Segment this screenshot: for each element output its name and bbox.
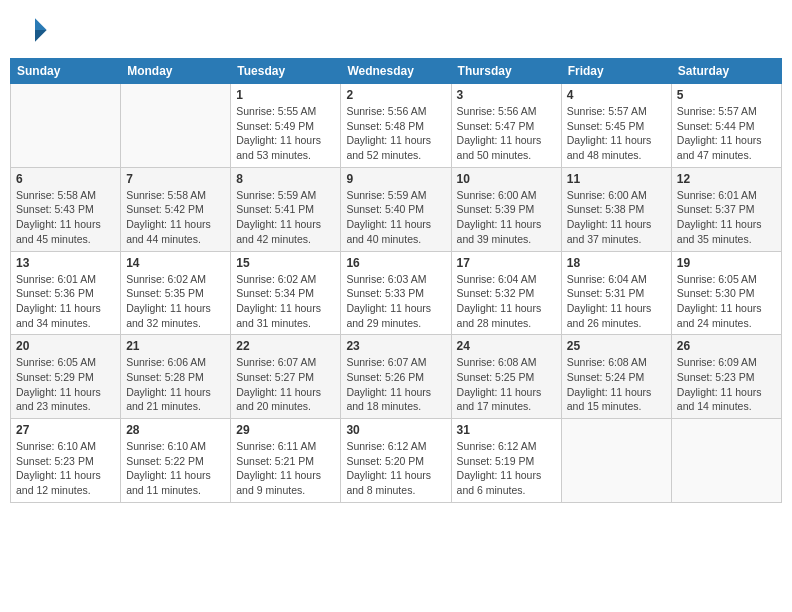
day-number: 19: [677, 256, 776, 270]
sunset-text: Sunset: 5:49 PM: [236, 119, 335, 134]
sunrise-text: Sunrise: 6:03 AM: [346, 272, 445, 287]
daylight-text: Daylight: 11 hours and 47 minutes.: [677, 133, 776, 162]
sunrise-text: Sunrise: 6:12 AM: [346, 439, 445, 454]
sunset-text: Sunset: 5:19 PM: [457, 454, 556, 469]
sunset-text: Sunset: 5:36 PM: [16, 286, 115, 301]
daylight-text: Daylight: 11 hours and 24 minutes.: [677, 301, 776, 330]
day-number: 9: [346, 172, 445, 186]
day-of-week-header: Saturday: [671, 59, 781, 84]
day-info: Sunrise: 5:59 AMSunset: 5:40 PMDaylight:…: [346, 188, 445, 247]
day-info: Sunrise: 6:00 AMSunset: 5:38 PMDaylight:…: [567, 188, 666, 247]
calendar-day-cell: 8Sunrise: 5:59 AMSunset: 5:41 PMDaylight…: [231, 167, 341, 251]
day-info: Sunrise: 6:10 AMSunset: 5:22 PMDaylight:…: [126, 439, 225, 498]
day-info: Sunrise: 6:10 AMSunset: 5:23 PMDaylight:…: [16, 439, 115, 498]
day-info: Sunrise: 6:02 AMSunset: 5:34 PMDaylight:…: [236, 272, 335, 331]
daylight-text: Daylight: 11 hours and 50 minutes.: [457, 133, 556, 162]
day-info: Sunrise: 5:55 AMSunset: 5:49 PMDaylight:…: [236, 104, 335, 163]
calendar-day-cell: 23Sunrise: 6:07 AMSunset: 5:26 PMDayligh…: [341, 335, 451, 419]
day-of-week-header: Wednesday: [341, 59, 451, 84]
day-info: Sunrise: 6:01 AMSunset: 5:36 PMDaylight:…: [16, 272, 115, 331]
sunset-text: Sunset: 5:22 PM: [126, 454, 225, 469]
calendar-day-cell: 18Sunrise: 6:04 AMSunset: 5:31 PMDayligh…: [561, 251, 671, 335]
sunset-text: Sunset: 5:32 PM: [457, 286, 556, 301]
calendar-day-cell: [561, 419, 671, 503]
daylight-text: Daylight: 11 hours and 29 minutes.: [346, 301, 445, 330]
sunrise-text: Sunrise: 6:02 AM: [126, 272, 225, 287]
daylight-text: Daylight: 11 hours and 52 minutes.: [346, 133, 445, 162]
day-of-week-header: Thursday: [451, 59, 561, 84]
day-number: 15: [236, 256, 335, 270]
day-number: 1: [236, 88, 335, 102]
sunset-text: Sunset: 5:27 PM: [236, 370, 335, 385]
day-number: 30: [346, 423, 445, 437]
sunset-text: Sunset: 5:42 PM: [126, 202, 225, 217]
daylight-text: Daylight: 11 hours and 40 minutes.: [346, 217, 445, 246]
sunrise-text: Sunrise: 6:00 AM: [567, 188, 666, 203]
day-number: 2: [346, 88, 445, 102]
sunrise-text: Sunrise: 6:01 AM: [16, 272, 115, 287]
sunset-text: Sunset: 5:33 PM: [346, 286, 445, 301]
day-info: Sunrise: 6:04 AMSunset: 5:32 PMDaylight:…: [457, 272, 556, 331]
day-number: 12: [677, 172, 776, 186]
sunset-text: Sunset: 5:45 PM: [567, 119, 666, 134]
calendar-day-cell: 16Sunrise: 6:03 AMSunset: 5:33 PMDayligh…: [341, 251, 451, 335]
daylight-text: Daylight: 11 hours and 34 minutes.: [16, 301, 115, 330]
sunrise-text: Sunrise: 6:07 AM: [236, 355, 335, 370]
sunrise-text: Sunrise: 5:55 AM: [236, 104, 335, 119]
sunset-text: Sunset: 5:44 PM: [677, 119, 776, 134]
day-number: 25: [567, 339, 666, 353]
day-number: 27: [16, 423, 115, 437]
day-number: 3: [457, 88, 556, 102]
day-info: Sunrise: 6:02 AMSunset: 5:35 PMDaylight:…: [126, 272, 225, 331]
day-number: 28: [126, 423, 225, 437]
sunrise-text: Sunrise: 5:59 AM: [236, 188, 335, 203]
sunrise-text: Sunrise: 5:58 AM: [126, 188, 225, 203]
calendar-day-cell: 29Sunrise: 6:11 AMSunset: 5:21 PMDayligh…: [231, 419, 341, 503]
day-number: 20: [16, 339, 115, 353]
calendar-day-cell: 14Sunrise: 6:02 AMSunset: 5:35 PMDayligh…: [121, 251, 231, 335]
sunrise-text: Sunrise: 6:02 AM: [236, 272, 335, 287]
sunset-text: Sunset: 5:37 PM: [677, 202, 776, 217]
daylight-text: Daylight: 11 hours and 35 minutes.: [677, 217, 776, 246]
day-info: Sunrise: 6:07 AMSunset: 5:26 PMDaylight:…: [346, 355, 445, 414]
daylight-text: Daylight: 11 hours and 9 minutes.: [236, 468, 335, 497]
calendar-day-cell: 27Sunrise: 6:10 AMSunset: 5:23 PMDayligh…: [11, 419, 121, 503]
sunset-text: Sunset: 5:31 PM: [567, 286, 666, 301]
sunrise-text: Sunrise: 6:05 AM: [677, 272, 776, 287]
daylight-text: Daylight: 11 hours and 31 minutes.: [236, 301, 335, 330]
calendar-day-cell: 21Sunrise: 6:06 AMSunset: 5:28 PMDayligh…: [121, 335, 231, 419]
day-info: Sunrise: 6:05 AMSunset: 5:29 PMDaylight:…: [16, 355, 115, 414]
calendar-week-row: 27Sunrise: 6:10 AMSunset: 5:23 PMDayligh…: [11, 419, 782, 503]
calendar-day-cell: [671, 419, 781, 503]
sunrise-text: Sunrise: 6:09 AM: [677, 355, 776, 370]
day-info: Sunrise: 5:57 AMSunset: 5:45 PMDaylight:…: [567, 104, 666, 163]
daylight-text: Daylight: 11 hours and 14 minutes.: [677, 385, 776, 414]
day-info: Sunrise: 5:58 AMSunset: 5:43 PMDaylight:…: [16, 188, 115, 247]
calendar-table: SundayMondayTuesdayWednesdayThursdayFrid…: [10, 58, 782, 503]
calendar-day-cell: 15Sunrise: 6:02 AMSunset: 5:34 PMDayligh…: [231, 251, 341, 335]
svg-marker-0: [35, 18, 47, 30]
day-number: 22: [236, 339, 335, 353]
sunrise-text: Sunrise: 6:06 AM: [126, 355, 225, 370]
day-number: 11: [567, 172, 666, 186]
calendar-day-cell: [121, 84, 231, 168]
sunset-text: Sunset: 5:35 PM: [126, 286, 225, 301]
svg-marker-1: [35, 30, 47, 42]
sunrise-text: Sunrise: 6:08 AM: [567, 355, 666, 370]
sunrise-text: Sunrise: 6:07 AM: [346, 355, 445, 370]
day-info: Sunrise: 6:12 AMSunset: 5:20 PMDaylight:…: [346, 439, 445, 498]
day-info: Sunrise: 5:57 AMSunset: 5:44 PMDaylight:…: [677, 104, 776, 163]
day-info: Sunrise: 6:08 AMSunset: 5:25 PMDaylight:…: [457, 355, 556, 414]
sunset-text: Sunset: 5:20 PM: [346, 454, 445, 469]
sunset-text: Sunset: 5:23 PM: [677, 370, 776, 385]
page-header: [10, 10, 782, 50]
sunset-text: Sunset: 5:25 PM: [457, 370, 556, 385]
calendar-day-cell: 10Sunrise: 6:00 AMSunset: 5:39 PMDayligh…: [451, 167, 561, 251]
day-number: 16: [346, 256, 445, 270]
daylight-text: Daylight: 11 hours and 11 minutes.: [126, 468, 225, 497]
calendar-day-cell: 11Sunrise: 6:00 AMSunset: 5:38 PMDayligh…: [561, 167, 671, 251]
sunrise-text: Sunrise: 6:12 AM: [457, 439, 556, 454]
sunrise-text: Sunrise: 6:10 AM: [126, 439, 225, 454]
day-number: 21: [126, 339, 225, 353]
sunset-text: Sunset: 5:29 PM: [16, 370, 115, 385]
